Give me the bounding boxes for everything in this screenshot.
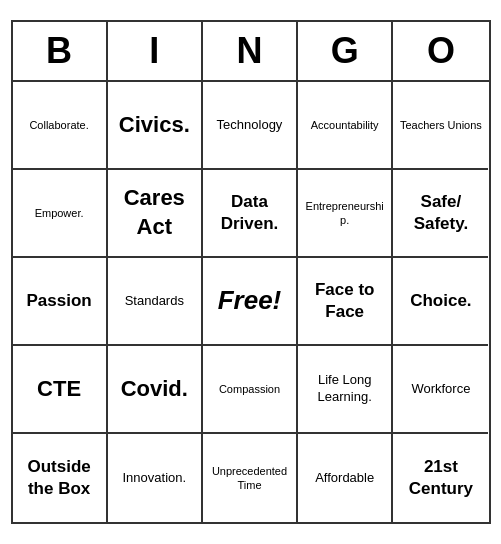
cell-label: Standards <box>125 293 184 310</box>
bingo-cell: Teachers Unions <box>393 82 488 170</box>
bingo-cell: Affordable <box>298 434 393 522</box>
cell-label: Accountability <box>311 118 379 132</box>
bingo-cell: Outside the Box <box>13 434 108 522</box>
bingo-cell: Innovation. <box>108 434 203 522</box>
bingo-card: BINGO Collaborate.Civics.TechnologyAccou… <box>11 20 491 524</box>
bingo-cell: Passion <box>13 258 108 346</box>
cell-label: Affordable <box>315 470 374 487</box>
cell-label: Entrepreneurship. <box>304 199 385 228</box>
bingo-cell: Cares Act <box>108 170 203 258</box>
header-letter: O <box>393 22 488 80</box>
bingo-cell: Workforce <box>393 346 488 434</box>
cell-label: Choice. <box>410 290 471 312</box>
bingo-cell: Face to Face <box>298 258 393 346</box>
bingo-cell: Empower. <box>13 170 108 258</box>
cell-label: 21st Century <box>399 456 482 500</box>
bingo-grid: Collaborate.Civics.TechnologyAccountabil… <box>13 82 489 522</box>
cell-label: Compassion <box>219 382 280 396</box>
bingo-cell: Civics. <box>108 82 203 170</box>
header-letter: B <box>13 22 108 80</box>
bingo-cell: Free! <box>203 258 298 346</box>
bingo-cell: Accountability <box>298 82 393 170</box>
cell-label: Face to Face <box>304 279 385 323</box>
cell-label: Teachers Unions <box>400 118 482 132</box>
bingo-cell: 21st Century <box>393 434 488 522</box>
bingo-cell: Choice. <box>393 258 488 346</box>
header-letter: G <box>298 22 393 80</box>
bingo-cell: Technology <box>203 82 298 170</box>
cell-label: Workforce <box>411 381 470 398</box>
bingo-cell: Life Long Learning. <box>298 346 393 434</box>
cell-label: Covid. <box>121 375 188 404</box>
header-letter: N <box>203 22 298 80</box>
bingo-cell: CTE <box>13 346 108 434</box>
bingo-cell: Data Driven. <box>203 170 298 258</box>
cell-label: Safe/ Safety. <box>399 191 482 235</box>
bingo-cell: Covid. <box>108 346 203 434</box>
cell-label: Technology <box>217 117 283 134</box>
bingo-cell: Unprecedented Time <box>203 434 298 522</box>
cell-label: Passion <box>26 290 91 312</box>
bingo-cell: Entrepreneurship. <box>298 170 393 258</box>
cell-label: Data Driven. <box>209 191 290 235</box>
cell-label: Collaborate. <box>29 118 88 132</box>
cell-label: Cares Act <box>114 184 195 241</box>
bingo-cell: Standards <box>108 258 203 346</box>
cell-label: Civics. <box>119 111 190 140</box>
bingo-cell: Collaborate. <box>13 82 108 170</box>
bingo-cell: Compassion <box>203 346 298 434</box>
header-letter: I <box>108 22 203 80</box>
cell-label: Free! <box>218 284 282 318</box>
bingo-cell: Safe/ Safety. <box>393 170 488 258</box>
cell-label: Unprecedented Time <box>209 464 290 493</box>
cell-label: Innovation. <box>122 470 186 487</box>
cell-label: CTE <box>37 375 81 404</box>
bingo-header: BINGO <box>13 22 489 82</box>
cell-label: Outside the Box <box>19 456 100 500</box>
cell-label: Empower. <box>35 206 84 220</box>
cell-label: Life Long Learning. <box>304 372 385 406</box>
